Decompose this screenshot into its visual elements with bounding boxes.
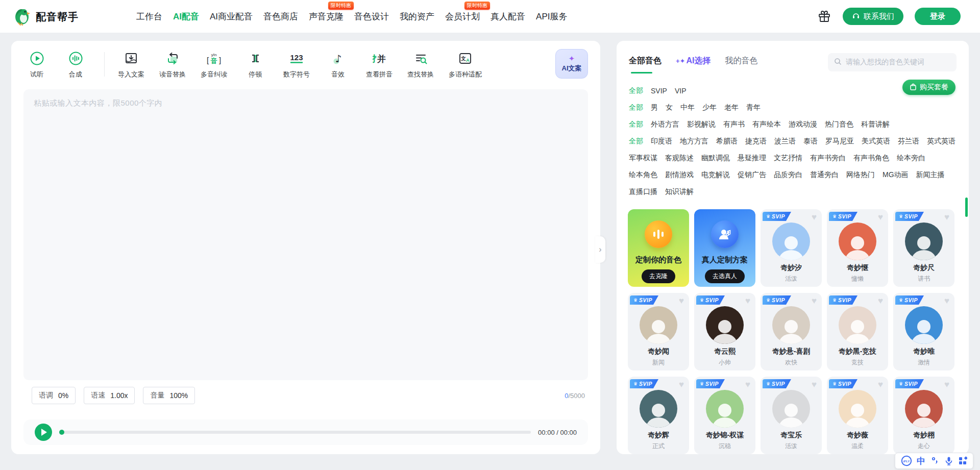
voice-card[interactable]: ♛ SVIP ♥ 奇妙尺 讲书	[893, 209, 954, 287]
filter-all[interactable]: 全部	[629, 86, 643, 95]
login-button[interactable]: 登录	[915, 8, 961, 25]
favorite-heart-icon[interactable]: ♥	[812, 380, 817, 390]
buy-package-button[interactable]: 购买套餐	[902, 80, 955, 95]
gift-icon[interactable]	[817, 9, 831, 23]
ime-menu-grid-icon[interactable]	[958, 456, 967, 465]
filter-tag[interactable]: 悬疑推理	[738, 154, 766, 163]
nav-item[interactable]: 声音克隆 限时特惠	[309, 9, 344, 24]
filter-tag[interactable]: 文艺抒情	[774, 154, 802, 163]
filter-tag[interactable]: 剧情游戏	[665, 170, 694, 180]
filter-tag[interactable]: 有声绘本	[752, 120, 781, 129]
filter-tag[interactable]: 有声书旁白	[810, 154, 846, 163]
filter-tag[interactable]: 幽默调侃	[701, 154, 730, 163]
nav-item[interactable]: 音色设计	[354, 9, 389, 24]
voice-param-chip[interactable]: 语调 0%	[32, 387, 76, 404]
script-text-input[interactable]: 粘贴或输入文本内容，限5000个字内	[23, 89, 588, 380]
filter-tag[interactable]: 男	[651, 103, 658, 112]
favorite-heart-icon[interactable]: ♥	[878, 296, 883, 306]
voice-card[interactable]: ♛ SVIP ♥ 奇妙黑-竞技 竞技	[827, 293, 888, 370]
filter-tag[interactable]: 捷克语	[745, 137, 767, 146]
filter-tag[interactable]: 直播口播	[629, 187, 657, 196]
voice-card[interactable]: ♛ SVIP ♥ 奇妙栩 走心	[893, 377, 954, 454]
filter-tag[interactable]: MG动画	[883, 170, 909, 180]
toolbar-button[interactable]: 读音替换	[159, 51, 186, 79]
filter-tag[interactable]: 知识讲解	[665, 187, 694, 196]
filter-tag[interactable]: 地方方言	[680, 137, 708, 146]
filter-tag[interactable]: 泰语	[803, 137, 818, 146]
filter-tag[interactable]: 普通旁白	[810, 170, 839, 180]
toolbar-button[interactable]: 扌并 查看拼音	[366, 51, 393, 79]
nav-item[interactable]: 会员计划 限时特惠	[445, 9, 480, 24]
nav-item[interactable]: AI配音	[173, 9, 199, 24]
voice-card[interactable]: ♛ SVIP ♥ 奇妙闻 新闻	[628, 293, 689, 370]
favorite-heart-icon[interactable]: ♥	[878, 380, 883, 390]
filter-tag[interactable]: 中年	[680, 103, 695, 112]
favorite-heart-icon[interactable]: ♥	[745, 296, 750, 306]
nav-item[interactable]: 工作台	[136, 9, 162, 24]
nav-item[interactable]: 音色商店	[263, 9, 298, 24]
favorite-heart-icon[interactable]: ♥	[944, 380, 949, 390]
filter-tag[interactable]: 促销广告	[738, 170, 766, 180]
contact-us-button[interactable]: 联系我们	[843, 8, 903, 25]
favorite-heart-icon[interactable]: ♥	[812, 296, 817, 306]
filter-tag[interactable]: 网络热门	[846, 170, 875, 180]
seek-bar[interactable]	[59, 429, 531, 436]
filter-tag[interactable]: 电竞解说	[701, 170, 730, 180]
voice-param-chip[interactable]: 语速 1.00x	[84, 387, 135, 404]
filter-tag[interactable]: 少年	[702, 103, 717, 112]
punctuation-icon[interactable]	[930, 456, 939, 465]
filter-tag[interactable]: 客观陈述	[665, 154, 694, 163]
play-button[interactable]	[35, 424, 52, 441]
filter-tag[interactable]: 军事权谋	[629, 154, 657, 163]
filter-tag[interactable]: 绘本角色	[629, 170, 657, 180]
favorite-heart-icon[interactable]: ♥	[679, 296, 684, 306]
tab-my-voices[interactable]: 我的音色	[725, 56, 757, 69]
collapse-panel-handle[interactable]: ›	[595, 236, 605, 263]
filter-tag[interactable]: 新闻主播	[916, 170, 945, 180]
filter-tag[interactable]: 波兰语	[774, 137, 796, 146]
tab-all-voices[interactable]: 全部音色	[629, 56, 662, 69]
toolbar-button[interactable]: 导入文案	[118, 51, 144, 79]
go-clone-button[interactable]: 去克隆	[642, 269, 675, 283]
nav-item[interactable]: AI商业配音	[210, 9, 253, 24]
filter-tag[interactable]: 热门音色	[825, 120, 853, 129]
microphone-icon[interactable]	[944, 456, 953, 465]
ai-copywriting-button[interactable]: ✦ AI文案	[555, 49, 588, 79]
voice-card[interactable]: ♛ SVIP ♥ 奇云熙 小帅	[694, 293, 755, 370]
voice-card[interactable]: ♛ SVIP ♥ 奇妙汐 活泼	[761, 209, 822, 287]
filter-tag[interactable]: SVIP	[651, 87, 667, 95]
favorite-heart-icon[interactable]: ♥	[944, 212, 949, 222]
toolbar-button[interactable]: 文A 多语种适配	[449, 51, 482, 79]
pick-real-person-button[interactable]: 去选真人	[705, 269, 745, 283]
voice-card[interactable]: ♛ SVIP ♥ 奇妙辉 正式	[628, 377, 689, 454]
filter-tag[interactable]: 罗马尼亚	[825, 137, 854, 146]
filter-tag[interactable]: 游戏动漫	[789, 120, 817, 129]
voice-card[interactable]: ♛ SVIP ♥ 奇妙薇 温柔	[827, 377, 888, 454]
ifly-logo-icon[interactable]: iFLY	[901, 455, 912, 466]
filter-tag[interactable]: 绘本旁白	[897, 154, 925, 163]
filter-all[interactable]: 全部	[629, 103, 643, 112]
voice-param-chip[interactable]: 音量 100%	[143, 387, 195, 404]
real-person-promo-card[interactable]: 真人定制方案 去选真人	[694, 209, 755, 287]
filter-tag[interactable]: 印度语	[651, 137, 672, 146]
tab-ai-select[interactable]: +✦AI选择	[676, 56, 710, 69]
nav-item[interactable]: 我的资产	[400, 9, 434, 24]
voice-card[interactable]: ♛ SVIP ♥ 奇宝乐 活泼	[761, 377, 822, 454]
seek-handle[interactable]	[59, 430, 64, 435]
voice-search-input[interactable]: 请输入想找的音色关键词	[828, 53, 957, 71]
voice-card[interactable]: ♛ SVIP ♥ 奇妙悬-喜剧 欢快	[761, 293, 822, 370]
filter-tag[interactable]: 科普讲解	[861, 120, 890, 129]
favorite-heart-icon[interactable]: ♥	[679, 380, 684, 390]
scrollbar-thumb[interactable]	[965, 197, 968, 217]
voice-card[interactable]: ♛ SVIP ♥ 奇妙唯 激情	[893, 293, 954, 370]
filter-tag[interactable]: 老年	[724, 103, 739, 112]
filter-tag[interactable]: 有声书角色	[853, 154, 889, 163]
favorite-heart-icon[interactable]: ♥	[812, 212, 817, 222]
filter-tag[interactable]: 影视解说	[687, 120, 716, 129]
toolbar-button[interactable]: yīn[]音 多音纠读	[201, 51, 227, 79]
toolbar-button[interactable]: 123 数字符号	[283, 51, 310, 79]
favorite-heart-icon[interactable]: ♥	[745, 380, 750, 390]
nav-item[interactable]: 真人配音	[491, 9, 525, 24]
filter-tag[interactable]: 希腊语	[716, 137, 738, 146]
voice-card[interactable]: ♛ SVIP ♥ 奇妙锦-权谋 沉稳	[694, 377, 755, 454]
